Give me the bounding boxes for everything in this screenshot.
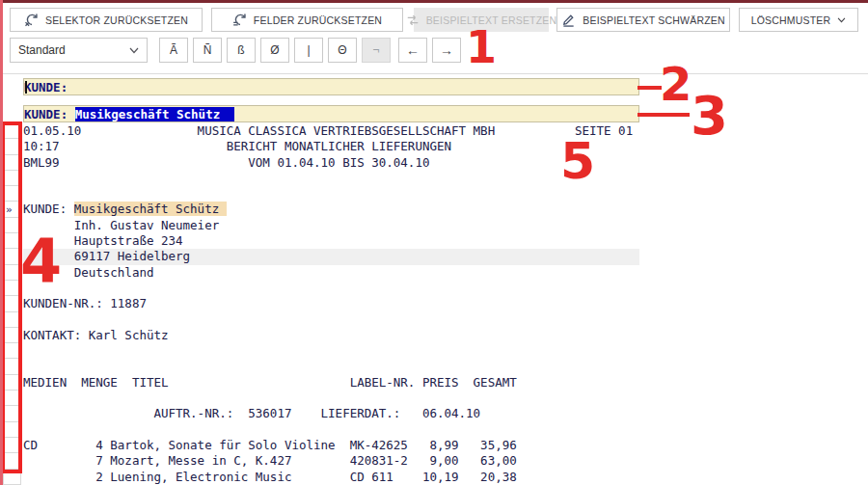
reset-selector-label: SELEKTOR ZURÜCKSETZEN <box>45 14 188 26</box>
not-sign-button: ¬ <box>362 38 391 63</box>
annotation-number-4: 4 <box>20 231 62 291</box>
doc-line: Deutschland <box>23 265 639 281</box>
doc-line-table-row: 7 Mozart, Messe in C, K.427 420831-2 9,0… <box>23 453 639 469</box>
toolbar-divider <box>0 73 868 74</box>
char-button-a-tilde[interactable]: Ã <box>159 38 188 63</box>
arrow-right-button[interactable]: → <box>432 38 461 63</box>
doc-line <box>23 422 639 438</box>
doc-line <box>23 391 639 406</box>
text-caret <box>25 81 27 94</box>
doc-line: 10:17 BERICHT MONATLICHER LIEFERUNGEN <box>23 139 639 154</box>
annotation-number-2: 2 <box>660 61 692 107</box>
reset-selector-icon <box>24 13 39 27</box>
annotation-line-3 <box>637 113 690 117</box>
kunde-label: KUNDE: <box>23 202 74 216</box>
doc-line: BML99 VOM 01.04.10 BIS 30.04.10 <box>23 155 639 171</box>
blacken-icon <box>561 13 576 27</box>
blacken-sampletext-label: BEISPIELTEXT SCHWÄRZEN <box>583 14 725 26</box>
doc-line <box>23 343 639 359</box>
delete-pattern-label: LÖSCHMUSTER <box>751 14 831 26</box>
doc-line: Inh. Gustav Neumeier <box>23 218 639 233</box>
doc-line-order: AUFTR.-NR.: 536017 LIEFERDAT.: 06.04.10 <box>23 406 639 421</box>
char-button-pipe[interactable]: | <box>294 38 323 63</box>
selector-bar-empty[interactable]: KUNDE: <box>23 78 639 95</box>
annotation-line-2 <box>637 86 662 90</box>
format-select-value: Standard <box>18 43 66 57</box>
doc-line: 01.05.10 MUSICA CLASSICA VERTRIEBSGESELL… <box>23 123 639 139</box>
kunde-field-highlight[interactable]: Musikgeschäft Schütz <box>74 202 227 216</box>
annotation-rect-gutter <box>1 121 22 473</box>
char-button-theta[interactable]: Θ <box>328 38 357 63</box>
blacken-sampletext-button[interactable]: BEISPIELTEXT SCHWÄRZEN <box>556 8 730 32</box>
left-border-line <box>0 0 3 485</box>
char-button-o-slash[interactable]: Ø <box>260 38 289 63</box>
doc-line-highlighted-row: 69117 Heidelberg <box>23 249 639 264</box>
document-preview: 01.05.10 MUSICA CLASSICA VERTRIEBSGESELL… <box>23 123 639 485</box>
selector-bar-empty-label: KUNDE: <box>24 80 68 94</box>
doc-line <box>23 171 639 186</box>
doc-line: Hauptstraße 234 <box>23 233 639 249</box>
reset-fields-label: FELDER ZURÜCKSETZEN <box>254 14 382 26</box>
doc-line <box>23 186 639 202</box>
char-button-n-tilde[interactable]: Ñ <box>193 38 222 63</box>
arrow-left-button[interactable]: ← <box>398 38 427 63</box>
app-window: SELEKTOR ZURÜCKSETZEN FELDER ZURÜCKSETZE… <box>0 0 868 485</box>
reset-selector-button[interactable]: SELEKTOR ZURÜCKSETZEN <box>10 8 203 32</box>
doc-line-kunde: KUNDE: Musikgeschäft Schütz <box>23 202 639 217</box>
doc-line <box>23 281 639 296</box>
chevron-down-icon <box>129 47 139 54</box>
annotation-number-3: 3 <box>691 89 728 143</box>
doc-line <box>23 312 639 328</box>
reset-fields-icon <box>232 13 247 27</box>
chevron-down-icon <box>837 17 846 23</box>
top-border-line <box>0 0 868 3</box>
format-select[interactable]: Standard <box>10 38 148 63</box>
doc-line: KUNDEN-NR.: 11887 <box>23 296 639 311</box>
selected-sample-text[interactable]: Musikgeschäft Schütz <box>75 107 235 121</box>
doc-line-table-row: CD 4 Bartok, Sonate für Solo Violine MK-… <box>23 438 639 453</box>
doc-line: KONTAKT: Karl Schütz <box>23 328 639 343</box>
doc-line <box>23 359 639 374</box>
replace-icon <box>406 13 420 27</box>
annotation-number-5: 5 <box>560 136 595 186</box>
annotation-number-1: 1 <box>466 25 497 69</box>
doc-line-table-header: MEDIEN MENGE TITEL LABEL-NR. PREIS GESAM… <box>23 375 639 391</box>
selector-bar-filled[interactable]: KUNDE: Musikgeschäft Schütz <box>23 105 639 122</box>
char-button-sharp-s[interactable]: ß <box>227 38 256 63</box>
selector-bar-filled-label: KUNDE: <box>24 107 75 121</box>
delete-pattern-dropdown[interactable]: LÖSCHMUSTER <box>739 8 858 32</box>
reset-fields-button[interactable]: FELDER ZURÜCKSETZEN <box>211 8 403 32</box>
doc-line-table-row: 2 Luening, Electronic Music CD 611 10,19… <box>23 470 639 485</box>
